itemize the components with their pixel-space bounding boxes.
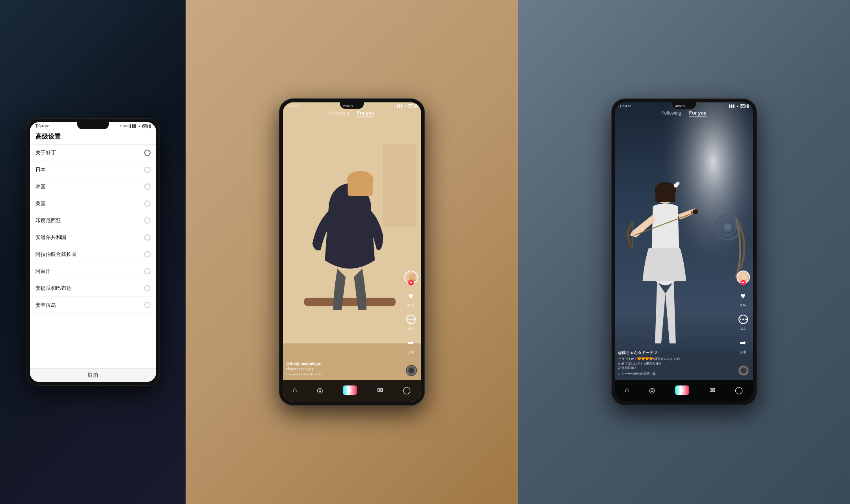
nav-inbox-mid[interactable]: ✉	[377, 386, 383, 395]
inbox-icon-right: ✉	[709, 386, 715, 395]
settings-item-japan[interactable]: 日本	[30, 161, 156, 178]
right-battery: ▓	[747, 104, 749, 108]
share-label-mid: 分享	[408, 350, 414, 354]
heart-icon-mid: ♥	[404, 289, 418, 303]
discover-icon-right: ◎	[649, 386, 655, 395]
mid-phone-screen: 下午4:03 292K/s ▋▋▋ ▲ 5G ▓ Following For y…	[283, 102, 421, 402]
tiktok-actions-right: + ♥ 3.2k 112	[737, 271, 750, 354]
settings-item-anfu[interactable]: 安丰拉岛	[30, 297, 156, 314]
item-label-anfu: 安丰拉岛	[35, 302, 56, 309]
share-btn-mid[interactable]: ➦ 分享	[404, 336, 418, 354]
radio-patch	[144, 150, 151, 156]
caption-music-mid: ♪ ngbong Luffy with a bun	[286, 372, 401, 376]
settings-item-uae[interactable]: 阿拉伯联合酋长国	[30, 246, 156, 263]
music-disc-mid	[406, 365, 417, 376]
like-count-mid: 61.1k	[407, 304, 415, 307]
nav-inbox-right[interactable]: ✉	[709, 386, 715, 395]
right-phone-screen: 下午4:03 406K/s ▋▋▋ ▲ 5G ▓ Following For y…	[615, 102, 753, 402]
nav-profile-mid[interactable]: ◯	[403, 386, 411, 395]
item-label-afghanistan: 阿富汗	[35, 268, 51, 275]
nav-discover-right[interactable]: ◎	[649, 386, 655, 395]
settings-item-usa[interactable]: 美国	[30, 195, 156, 212]
item-label-usa: 美国	[35, 200, 46, 207]
music-disc-right	[738, 365, 749, 376]
like-count-right: 3.2k	[740, 304, 746, 307]
nav-foryou-mid[interactable]: For you	[357, 110, 374, 117]
music-title-mid: Luffy with a bun	[301, 372, 323, 376]
item-label-antigua: 安提瓜和巴布达	[35, 285, 71, 292]
notch	[77, 122, 109, 129]
like-btn-right[interactable]: ♥ 3.2k	[737, 289, 750, 307]
mid-speed: 292K/s	[343, 104, 353, 108]
settings-item-antigua[interactable]: 安提瓜和巴布达	[30, 280, 156, 297]
item-label-korea: 韩国	[35, 183, 46, 190]
svg-rect-27	[693, 209, 698, 214]
nav-create-right[interactable]: +	[675, 385, 689, 395]
video-bg-mid	[283, 102, 421, 402]
comment-btn-right[interactable]: 112	[737, 313, 750, 330]
caption-right: @鏡ちゃん☆ドーナツ どうですか？🧡🧡🧡🧡#運営さんおすすめ のせてほしいです …	[618, 350, 734, 376]
radio-uae	[144, 251, 151, 258]
caption-username-right: @鏡ちゃん☆ドーナツ	[618, 350, 734, 356]
radio-andorra	[144, 234, 151, 241]
nav-create-mid[interactable]: +	[343, 385, 357, 395]
mid-panel: 下午4:03 292K/s ▋▋▋ ▲ 5G ▓ Following For y…	[186, 0, 518, 504]
settings-item-afghanistan[interactable]: 阿富汗	[30, 263, 156, 280]
wifi-icon: ▲	[138, 124, 141, 128]
share-btn-right[interactable]: ➦ 分享	[737, 336, 750, 354]
left-phone: 下午4:02 1.1K/s ▋▋▋ ▲ 5G ▓ 高级设置 关于补丁	[26, 118, 160, 386]
status-time: 下午4:02	[35, 124, 49, 129]
avatar-btn-right[interactable]: +	[737, 271, 750, 284]
nav-following-right[interactable]: Following	[661, 110, 681, 117]
settings-item-korea[interactable]: 韩国	[30, 178, 156, 195]
avatar-btn-mid[interactable]: +	[404, 271, 418, 284]
item-label-uae: 阿拉伯联合酋长国	[35, 251, 76, 258]
mid-phone: 下午4:03 292K/s ▋▋▋ ▲ 5G ▓ Following For y…	[279, 98, 425, 406]
item-label-indonesia: 印度尼西亚	[35, 217, 61, 224]
signal-icon: ▋▋▋	[130, 124, 137, 128]
comment-btn-mid[interactable]: 801	[404, 313, 418, 330]
svg-point-18	[724, 223, 732, 231]
like-btn-mid[interactable]: ♥ 61.1k	[404, 289, 418, 307]
nav-discover-mid[interactable]: ◎	[317, 386, 323, 395]
comment-count-mid: 801	[408, 327, 413, 330]
caption-music-right: ♪ ドーナツ创作的原声 - 鏡	[618, 372, 734, 376]
comment-count-right: 112	[740, 327, 746, 330]
profile-icon-mid: ◯	[403, 386, 411, 395]
nav-home-mid[interactable]: ⌂	[293, 386, 297, 394]
right-speed: 406K/s	[675, 104, 685, 108]
tiktok-actions-mid: + ♥ 61.1k	[404, 271, 418, 354]
nav-foryou-right[interactable]: For you	[689, 110, 707, 117]
create-plus-icon-mid: +	[343, 385, 357, 395]
nav-following-mid[interactable]: Following	[329, 110, 349, 117]
right-wifi-icon: ▲	[736, 105, 739, 107]
nav-home-right[interactable]: ⌂	[625, 386, 629, 394]
bottom-nav-right: ⌂ ◎ + ✉ ◯	[615, 380, 753, 402]
tiktok-nav-right: Following For you	[615, 110, 753, 117]
heart-icon-right: ♥	[737, 289, 750, 303]
home-icon-right: ⌂	[625, 386, 629, 394]
cancel-bar[interactable]: 取消	[30, 368, 156, 382]
nav-profile-right[interactable]: ◯	[735, 386, 743, 395]
music-note-icon-right: ♪	[618, 372, 620, 376]
network-badge: 5G	[142, 124, 147, 128]
statusbar-mid: 下午4:03 292K/s ▋▋▋ ▲ 5G ▓	[283, 102, 421, 108]
left-phone-screen: 下午4:02 1.1K/s ▋▋▋ ▲ 5G ▓ 高级设置 关于补丁	[30, 122, 156, 382]
mid-time: 下午4:03	[287, 104, 299, 108]
caption-tags-mid: #foryou #springup	[286, 367, 401, 371]
item-label-andorra: 安道尔共和国	[35, 234, 66, 241]
settings-list: 关于补丁 日本 韩国 美国 印度尼西亚	[30, 145, 156, 314]
create-plus-icon-right: +	[675, 385, 689, 395]
follow-plus-mid[interactable]: +	[408, 280, 414, 285]
right-signal-icon: ▋▋▋	[729, 105, 735, 108]
speed-indicator: 1.1K/s	[120, 124, 129, 128]
settings-item-andorra[interactable]: 安道尔共和国	[30, 229, 156, 246]
caption-line3-right: 記得加鮮義！	[618, 366, 734, 370]
inbox-icon-mid: ✉	[377, 386, 383, 395]
settings-title: 高级设置	[35, 133, 61, 140]
profile-icon-right: ◯	[735, 386, 743, 395]
follow-plus-right[interactable]: +	[740, 280, 746, 285]
settings-item-indonesia[interactable]: 印度尼西亚	[30, 212, 156, 229]
settings-item-patch[interactable]: 关于补丁	[30, 145, 156, 161]
svg-rect-21	[655, 190, 675, 202]
